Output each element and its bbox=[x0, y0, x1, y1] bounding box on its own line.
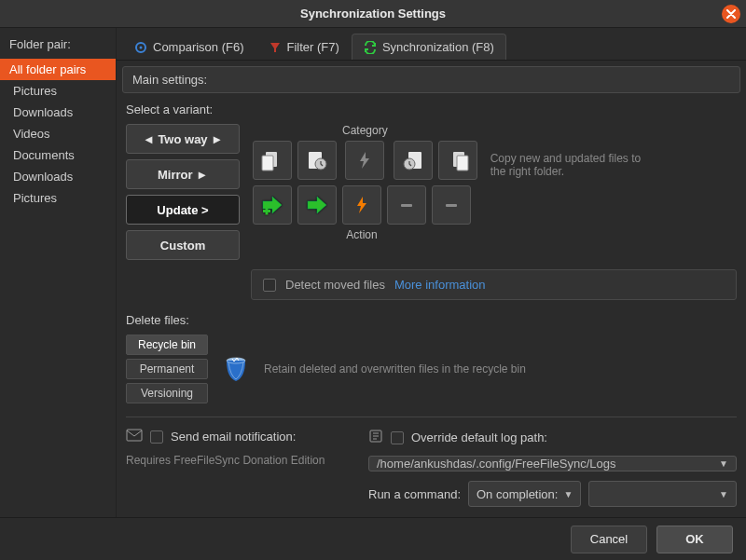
titlebar: Synchronization Settings bbox=[0, 0, 746, 28]
chevron-down-icon: ▼ bbox=[719, 458, 728, 469]
tab-sync-label: Synchronization (F8) bbox=[382, 40, 494, 54]
close-button[interactable] bbox=[722, 5, 740, 23]
svg-rect-9 bbox=[457, 156, 468, 171]
variant-mirror-button[interactable]: Mirror ► bbox=[126, 159, 240, 189]
chevron-down-icon: ▼ bbox=[563, 489, 573, 499]
action-icons-left bbox=[253, 185, 337, 225]
cancel-button[interactable]: Cancel bbox=[571, 526, 647, 553]
variant-twoway-button[interactable]: ◄ Two way ► bbox=[126, 124, 240, 154]
recycle-bin-icon bbox=[221, 353, 251, 386]
action-matrix: Category bbox=[253, 124, 477, 241]
command-value-dropdown[interactable]: ▼ bbox=[588, 481, 737, 507]
sync-arrows-icon bbox=[364, 41, 377, 54]
sidebar: Folder pair: All folder pairs Pictures D… bbox=[0, 28, 117, 517]
svg-rect-3 bbox=[262, 156, 273, 171]
arrow-right-plus-icon bbox=[259, 192, 285, 218]
svg-rect-16 bbox=[127, 430, 142, 441]
dash-icon bbox=[397, 196, 416, 214]
command-row: Run a command: On completion: ▼ ▼ bbox=[368, 481, 737, 507]
category-left-only-button[interactable] bbox=[253, 141, 292, 180]
email-requires: Requires FreeFileSync Donation Edition bbox=[126, 454, 359, 467]
log-line: Override default log path: bbox=[368, 429, 737, 446]
tab-comparison[interactable]: Comparison (F6) bbox=[122, 34, 256, 60]
detect-moved-checkbox[interactable] bbox=[263, 279, 276, 292]
category-right-only-button[interactable] bbox=[438, 141, 477, 180]
dialog-body: Folder pair: All folder pairs Pictures D… bbox=[0, 28, 746, 517]
file-plus-left-icon bbox=[260, 148, 284, 172]
funnel-icon bbox=[269, 41, 282, 54]
sidebar-item-pictures[interactable]: Pictures bbox=[0, 80, 116, 102]
gear-icon bbox=[134, 41, 147, 54]
override-log-checkbox[interactable] bbox=[391, 431, 404, 444]
variant-row: ◄ Two way ► Mirror ► Update > Custom bbox=[117, 124, 746, 269]
detect-moved-row: Detect moved files More information bbox=[251, 269, 737, 300]
file-clock-right-icon bbox=[401, 148, 425, 172]
action-column: Action bbox=[342, 185, 381, 241]
file-clock-left-icon bbox=[305, 148, 329, 172]
tab-filter[interactable]: Filter (F7) bbox=[256, 34, 352, 60]
category-icons-right bbox=[394, 141, 477, 180]
sidebar-item-downloads[interactable]: Downloads bbox=[0, 102, 116, 123]
delete-permanent-button[interactable]: Permanent bbox=[126, 359, 208, 379]
sidebar-item-videos[interactable]: Videos bbox=[0, 123, 116, 144]
action-do-nothing-button[interactable] bbox=[387, 185, 426, 225]
delete-versioning-button[interactable]: Versioning bbox=[126, 383, 208, 403]
category-column: Category bbox=[342, 124, 388, 180]
category-icons bbox=[253, 141, 337, 180]
delete-files-header: Delete files: bbox=[117, 309, 746, 335]
delete-description: Retain deleted and overwritten files in … bbox=[264, 362, 526, 376]
svg-rect-13 bbox=[446, 204, 457, 207]
chevron-down-icon: ▼ bbox=[719, 489, 728, 499]
file-plus-right-icon bbox=[446, 148, 470, 172]
select-variant-label: Select a variant: bbox=[117, 99, 746, 124]
delete-recycle-button[interactable]: Recycle bin bbox=[126, 335, 208, 355]
category-label: Category bbox=[342, 124, 388, 137]
email-line: Send email notification: bbox=[126, 429, 359, 444]
detect-moved-label: Detect moved files bbox=[285, 278, 385, 292]
variant-description: Copy new and updated files to the right … bbox=[490, 124, 658, 178]
run-command-label: Run a command: bbox=[368, 487, 461, 501]
sidebar-item-downloads-2[interactable]: Downloads bbox=[0, 166, 116, 187]
email-section: Send email notification: Requires FreeFi… bbox=[126, 429, 359, 507]
sidebar-item-documents[interactable]: Documents bbox=[0, 144, 116, 166]
action-label: Action bbox=[346, 228, 377, 241]
email-label: Send email notification: bbox=[171, 430, 296, 444]
override-log-label: Override default log path: bbox=[411, 430, 547, 444]
lower-section: Send email notification: Requires FreeFi… bbox=[117, 425, 746, 516]
main-panel: Comparison (F6) Filter (F7) Synchronizat… bbox=[117, 28, 746, 517]
sidebar-item-pictures-2[interactable]: Pictures bbox=[0, 187, 116, 209]
variant-custom-button[interactable]: Custom bbox=[126, 230, 240, 260]
delete-option-buttons: Recycle bin Permanent Versioning bbox=[126, 335, 208, 403]
action-create-right-button[interactable] bbox=[253, 185, 292, 225]
window-title: Synchronization Settings bbox=[300, 7, 446, 20]
variant-buttons: ◄ Two way ► Mirror ► Update > Custom bbox=[126, 124, 240, 260]
category-newer-left-button[interactable] bbox=[297, 141, 337, 180]
lightning-icon bbox=[354, 150, 375, 171]
close-icon bbox=[726, 9, 736, 19]
action-do-nothing-button-2[interactable] bbox=[432, 185, 471, 225]
log-section: Override default log path: /home/ankushd… bbox=[368, 429, 737, 507]
ok-button[interactable]: OK bbox=[656, 526, 733, 553]
log-icon bbox=[368, 429, 383, 446]
category-newer-right-button[interactable] bbox=[394, 141, 433, 180]
delete-row: Recycle bin Permanent Versioning Retain … bbox=[117, 335, 746, 413]
log-path-value: /home/ankushdas/.config/FreeFileSync/Log… bbox=[377, 457, 616, 471]
command-when-dropdown[interactable]: On completion: ▼ bbox=[468, 481, 581, 507]
lightning-orange-icon bbox=[352, 195, 372, 215]
variant-update-button[interactable]: Update > bbox=[126, 195, 240, 225]
log-path-field[interactable]: /home/ankushdas/.config/FreeFileSync/Log… bbox=[368, 456, 737, 471]
dash-icon bbox=[442, 196, 461, 214]
command-when-value: On completion: bbox=[477, 487, 558, 501]
category-conflict-button[interactable] bbox=[345, 141, 384, 180]
svg-point-1 bbox=[140, 46, 143, 48]
action-update-right-button[interactable] bbox=[297, 185, 337, 225]
more-information-link[interactable]: More information bbox=[394, 278, 486, 292]
arrow-right-icon bbox=[304, 192, 330, 218]
action-conflict-button[interactable] bbox=[342, 185, 381, 225]
tab-comparison-label: Comparison (F6) bbox=[153, 40, 244, 54]
email-checkbox[interactable] bbox=[150, 430, 163, 444]
sidebar-item-all-folder-pairs[interactable]: All folder pairs bbox=[0, 59, 116, 80]
tabbar: Comparison (F6) Filter (F7) Synchronizat… bbox=[117, 28, 746, 61]
tab-filter-label: Filter (F7) bbox=[287, 40, 339, 54]
tab-synchronization[interactable]: Synchronization (F8) bbox=[352, 34, 506, 60]
